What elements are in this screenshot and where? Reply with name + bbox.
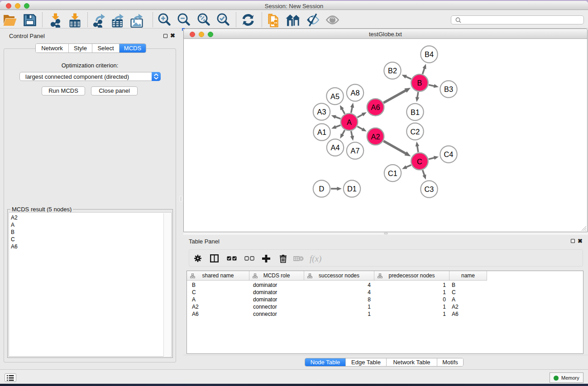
svg-text:A7: A7 bbox=[351, 147, 360, 155]
svg-text:A3: A3 bbox=[317, 108, 326, 116]
svg-text:A2: A2 bbox=[371, 133, 380, 141]
svg-text:C3: C3 bbox=[425, 185, 434, 193]
svg-text:A4: A4 bbox=[331, 143, 340, 152]
svg-text:B4: B4 bbox=[425, 50, 434, 58]
svg-text:A6: A6 bbox=[371, 103, 380, 111]
svg-text:B3: B3 bbox=[444, 85, 453, 93]
svg-text:A8: A8 bbox=[351, 89, 360, 97]
svg-text:B: B bbox=[417, 79, 422, 87]
svg-text:D1: D1 bbox=[347, 185, 357, 193]
svg-text:B1: B1 bbox=[411, 108, 420, 116]
svg-text:A5: A5 bbox=[330, 92, 339, 100]
svg-text:C: C bbox=[417, 157, 422, 166]
svg-text:B2: B2 bbox=[388, 67, 397, 75]
svg-text:C4: C4 bbox=[444, 150, 454, 158]
svg-text:A: A bbox=[347, 118, 352, 126]
svg-text:A1: A1 bbox=[317, 128, 326, 136]
svg-text:C1: C1 bbox=[388, 169, 397, 177]
svg-text:D: D bbox=[319, 185, 325, 193]
svg-text:C2: C2 bbox=[411, 128, 420, 136]
